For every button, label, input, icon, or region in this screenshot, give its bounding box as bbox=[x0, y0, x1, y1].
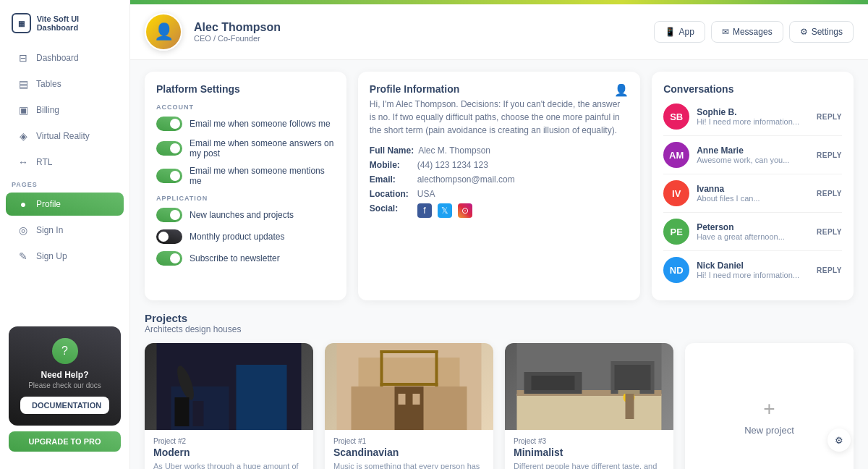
info-row-name: Full Name: Alec M. Thompson bbox=[370, 145, 629, 156]
project-info-minimalist: Project #3 Minimalist Different people h… bbox=[505, 430, 673, 469]
toggle-row-monthly: Monthly product updates bbox=[156, 229, 335, 244]
conv-avatar-nick: ND bbox=[663, 257, 689, 283]
toggle-label-follow: Email me when someone follows me bbox=[190, 119, 331, 129]
location-value: USA bbox=[417, 189, 435, 199]
docs-button[interactable]: DOCUMENTATION bbox=[20, 397, 109, 414]
nav-label-vr: Virtual Reality bbox=[36, 131, 90, 141]
conv-info-ivanna: Ivanna About files I can... bbox=[697, 184, 809, 203]
signin-icon: ◎ bbox=[17, 224, 29, 236]
project-img-minimalist bbox=[505, 343, 673, 430]
project-card-modern[interactable]: Project #2 Modern As Uber works through … bbox=[145, 343, 313, 469]
toggle-newsletter[interactable] bbox=[156, 251, 182, 266]
profile-name: Alec Thompson bbox=[194, 21, 642, 34]
profile-bio: Hi, I'm Alec Thompson. Decisions: If you… bbox=[370, 98, 629, 137]
toggle-follow[interactable] bbox=[156, 117, 182, 131]
new-project-card[interactable]: + New project bbox=[685, 343, 854, 469]
info-row-social: Social: f 𝕏 ⊙ bbox=[370, 203, 629, 218]
email-label: Email: bbox=[370, 174, 413, 185]
settings-bottom-icon[interactable]: ⚙ bbox=[827, 428, 851, 452]
help-subtitle: Please check our docs bbox=[20, 381, 109, 389]
messages-icon: ✉ bbox=[722, 27, 729, 37]
settings-button[interactable]: ⚙ Settings bbox=[789, 21, 854, 43]
svg-rect-5 bbox=[193, 401, 204, 426]
project-img-modern bbox=[145, 343, 313, 430]
svg-rect-11 bbox=[380, 383, 438, 386]
project-info-modern: Project #2 Modern As Uber works through … bbox=[145, 430, 313, 469]
conv-avatar-anne: AM bbox=[663, 142, 689, 168]
project-card-minimalist[interactable]: Project #3 Minimalist Different people h… bbox=[505, 343, 673, 469]
logo-icon: ▦ bbox=[12, 13, 31, 33]
nav-label-profile: Profile bbox=[36, 199, 61, 209]
messages-button[interactable]: ✉ Messages bbox=[711, 21, 783, 43]
toggle-mention[interactable] bbox=[156, 169, 182, 183]
main-area: 👤 Alec Thompson CEO / Co-Founder 📱 App ✉… bbox=[130, 0, 868, 469]
reply-btn-ivanna[interactable]: REPLY bbox=[817, 190, 842, 198]
nav-item-virtual-reality[interactable]: ◈ Virtual Reality bbox=[6, 124, 124, 148]
platform-settings-card: Platform Settings ACCOUNT Email me when … bbox=[145, 72, 346, 300]
svg-rect-15 bbox=[413, 394, 420, 405]
nav-item-billing[interactable]: ▣ Billing bbox=[6, 98, 124, 122]
svg-rect-17 bbox=[517, 394, 662, 430]
profile-icon: ● bbox=[17, 198, 29, 210]
toggle-label-mention: Email me when someone mentions me bbox=[190, 166, 335, 186]
svg-rect-4 bbox=[175, 397, 190, 426]
reply-btn-sophie[interactable]: REPLY bbox=[817, 113, 842, 121]
nav-item-dashboard[interactable]: ⊟ Dashboard bbox=[6, 46, 124, 69]
conv-info-nick: Nick Daniel Hi! I need more information.… bbox=[697, 261, 809, 279]
app-button[interactable]: 📱 App bbox=[654, 21, 705, 43]
facebook-icon[interactable]: f bbox=[417, 203, 432, 218]
svg-rect-22 bbox=[615, 365, 651, 390]
conv-info-peterson: Peterson Have a great afternoon... bbox=[697, 222, 809, 241]
content-area: Platform Settings ACCOUNT Email me when … bbox=[130, 60, 868, 469]
sidebar: ▦ Vite Soft UI Dashboard ⊟ Dashboard ▤ T… bbox=[0, 0, 130, 469]
reply-btn-anne[interactable]: REPLY bbox=[817, 151, 842, 159]
project-name-minimalist: Minimalist bbox=[514, 447, 665, 458]
sidebar-item-signin[interactable]: ◎ Sign In bbox=[6, 219, 124, 242]
conv-msg-peterson: Have a great afternoon... bbox=[697, 232, 809, 241]
new-project-plus-icon: + bbox=[763, 397, 775, 421]
reply-btn-nick[interactable]: REPLY bbox=[817, 266, 842, 274]
conv-name-peterson: Peterson bbox=[697, 222, 809, 232]
project-img-scandinavian bbox=[325, 343, 493, 430]
conv-item-peterson: PE Peterson Have a great afternoon... RE… bbox=[663, 213, 842, 251]
toggle-row-answer: Email me when someone answers on my post bbox=[156, 138, 335, 159]
sidebar-bottom: ? Need Help? Please check our docs DOCUM… bbox=[0, 318, 129, 460]
profile-header: 👤 Alec Thompson CEO / Co-Founder 📱 App ✉… bbox=[130, 4, 868, 60]
upgrade-button[interactable]: UPGRADE TO PRO bbox=[9, 431, 121, 452]
nav-label-billing: Billing bbox=[36, 105, 59, 115]
nav-item-rtl[interactable]: ↔ RTL bbox=[6, 151, 124, 174]
conv-item-nick: ND Nick Daniel Hi! I need more informati… bbox=[663, 251, 842, 289]
conv-avatar-sophie: SB bbox=[663, 103, 689, 130]
toggle-answer[interactable] bbox=[156, 141, 182, 156]
projects-section: Projects Architects design houses bbox=[145, 312, 854, 469]
application-section-label: APPLICATION bbox=[156, 195, 335, 202]
toggle-monthly[interactable] bbox=[156, 229, 182, 244]
sidebar-item-signup[interactable]: ✎ Sign Up bbox=[6, 245, 124, 268]
conv-name-ivanna: Ivanna bbox=[697, 184, 809, 194]
conv-msg-ivanna: About files I can... bbox=[697, 194, 809, 203]
avatar-image: 👤 bbox=[146, 14, 181, 49]
reply-btn-peterson[interactable]: REPLY bbox=[817, 228, 842, 236]
conv-info-anne: Anne Marie Awesome work, can you... bbox=[697, 145, 809, 164]
platform-settings-title: Platform Settings bbox=[156, 83, 335, 95]
billing-icon: ▣ bbox=[17, 104, 29, 116]
toggle-label-monthly: Monthly product updates bbox=[190, 232, 284, 242]
sidebar-item-profile[interactable]: ● Profile bbox=[6, 193, 124, 216]
conversations-title: Conversations bbox=[663, 83, 842, 95]
project-card-scandinavian[interactable]: Project #1 Scandinavian Music is somethi… bbox=[325, 343, 493, 469]
toggle-row-mention: Email me when someone mentions me bbox=[156, 166, 335, 186]
mobile-label: Mobile: bbox=[370, 160, 413, 170]
account-section-label: ACCOUNT bbox=[156, 103, 335, 111]
toggle-launches[interactable] bbox=[156, 208, 182, 222]
edit-icon[interactable]: 👤 bbox=[614, 83, 629, 97]
conv-name-sophie: Sophie B. bbox=[697, 107, 809, 117]
svg-rect-14 bbox=[399, 394, 406, 405]
toggle-label-newsletter: Subscribe to newsletter bbox=[190, 253, 280, 263]
toggle-row-follow: Email me when someone follows me bbox=[156, 117, 335, 131]
instagram-icon[interactable]: ⊙ bbox=[458, 203, 472, 218]
profile-info-card: Profile Information 👤 Hi, I'm Alec Thomp… bbox=[358, 72, 640, 300]
nav-item-tables[interactable]: ▤ Tables bbox=[6, 72, 124, 96]
top-row: Platform Settings ACCOUNT Email me when … bbox=[145, 72, 854, 300]
projects-title: Projects bbox=[145, 312, 854, 324]
twitter-icon[interactable]: 𝕏 bbox=[438, 203, 452, 218]
